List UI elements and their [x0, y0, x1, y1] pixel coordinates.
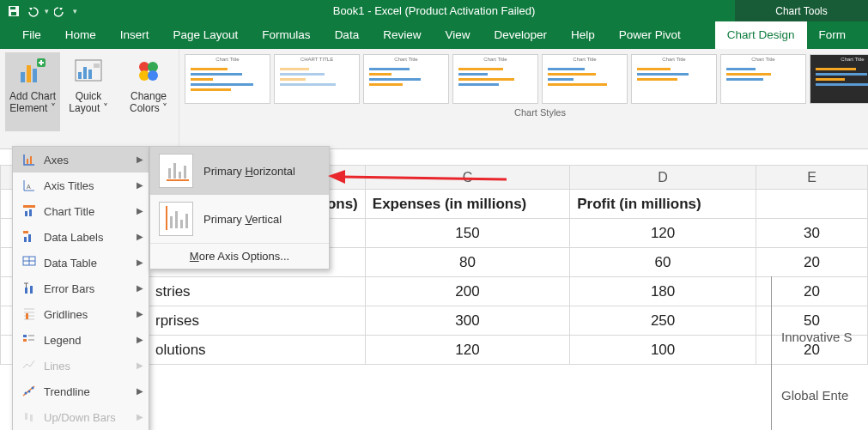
svg-rect-52 — [180, 220, 183, 228]
svg-rect-45 — [168, 168, 171, 179]
svg-rect-42 — [25, 413, 27, 420]
menu-chart-title[interactable]: Chart Title▶ — [13, 198, 149, 224]
menu-axis-titles[interactable]: AAxis Titles▶ — [13, 173, 149, 198]
col-header-e[interactable]: E — [756, 166, 867, 190]
chart-style-5[interactable]: Chart Title — [542, 54, 628, 104]
chart-styles-group-label: Chart Styles — [514, 106, 566, 121]
svg-rect-26 — [23, 231, 28, 233]
svg-rect-48 — [184, 166, 186, 179]
menu-data-table[interactable]: Data Table▶ — [13, 250, 149, 276]
ribbon-tabs: File Home Insert Page Layout Formulas Da… — [0, 21, 868, 49]
svg-rect-18 — [27, 159, 28, 164]
change-colors-button[interactable]: Change Colors ˅ — [124, 52, 173, 131]
chart-styles-gallery: Chart Title CHART TITLE Chart Title Char… — [183, 52, 868, 106]
chart-style-8[interactable]: Chart Title — [810, 54, 868, 104]
cell-d1[interactable]: Profit (in millions) — [570, 190, 756, 219]
svg-rect-53 — [185, 214, 188, 228]
error-bars-icon — [20, 280, 39, 297]
chart-style-7[interactable]: Chart Title — [720, 54, 806, 104]
undo-dropdown-icon[interactable]: ▾ — [45, 7, 49, 15]
col-header-c[interactable]: C — [365, 166, 569, 190]
qat-customize-dropdown-icon[interactable]: ▾ — [73, 7, 77, 15]
axes-submenu: Primary Horizontal Primary Vertical More… — [149, 146, 330, 270]
redo-icon[interactable] — [54, 5, 68, 17]
svg-rect-10 — [78, 72, 82, 79]
menu-updown-bars: Up/Down Bars▶ — [13, 404, 149, 430]
svg-rect-5 — [33, 69, 37, 82]
tab-data[interactable]: Data — [323, 21, 372, 49]
svg-rect-24 — [24, 237, 27, 242]
tab-power-pivot[interactable]: Power Pivot — [607, 21, 693, 49]
add-chart-element-button[interactable]: Add Chart Element ˅ — [5, 52, 60, 131]
tab-page-layout[interactable]: Page Layout — [161, 21, 251, 49]
menu-lines: Lines▶ — [13, 353, 149, 379]
menu-gridlines[interactable]: Gridlines▶ — [13, 301, 149, 327]
chart-style-1[interactable]: Chart Title — [185, 54, 270, 104]
svg-rect-43 — [30, 415, 33, 421]
svg-rect-46 — [173, 163, 176, 179]
chart-style-3[interactable]: Chart Title — [363, 54, 449, 104]
svg-rect-25 — [28, 234, 31, 242]
svg-point-17 — [148, 70, 158, 81]
svg-rect-36 — [23, 339, 27, 342]
col-header-d[interactable]: D — [570, 166, 756, 190]
svg-text:A: A — [27, 184, 31, 190]
svg-rect-35 — [23, 335, 27, 337]
embedded-chart-label-1: Innovative S — [781, 330, 853, 344]
svg-rect-1 — [10, 7, 15, 9]
svg-rect-50 — [170, 216, 173, 228]
submenu-primary-horizontal[interactable]: Primary Horizontal — [150, 147, 329, 195]
quick-access-toolbar: ▾ ▾ — [0, 4, 146, 18]
svg-rect-3 — [21, 72, 25, 82]
chart-title-icon — [20, 203, 39, 220]
tab-format[interactable]: Form — [807, 21, 859, 49]
undo-icon[interactable] — [26, 5, 39, 17]
embedded-chart-edge[interactable] — [771, 276, 776, 430]
tab-home[interactable]: Home — [53, 21, 108, 49]
data-table-icon — [20, 254, 39, 271]
svg-rect-34 — [26, 313, 28, 319]
axis-titles-icon: A — [20, 177, 39, 194]
svg-rect-21 — [23, 205, 35, 208]
add-chart-element-icon — [17, 56, 48, 87]
chart-style-2[interactable]: CHART TITLE — [274, 54, 360, 104]
ribbon-body: Add Chart Element ˅ Quick Layout ˅ Chang… — [0, 49, 868, 149]
svg-rect-30 — [25, 288, 27, 294]
svg-point-40 — [28, 391, 31, 393]
menu-axes[interactable]: Axes▶ — [13, 147, 149, 173]
cell-e1[interactable] — [756, 190, 867, 219]
tab-review[interactable]: Review — [371, 21, 433, 49]
menu-data-labels[interactable]: Data Labels▶ — [13, 224, 149, 250]
tab-view[interactable]: View — [433, 21, 482, 49]
quick-layout-icon — [73, 56, 104, 87]
svg-rect-2 — [11, 12, 16, 15]
tab-help[interactable]: Help — [559, 21, 607, 49]
submenu-primary-vertical[interactable]: Primary Vertical — [150, 195, 329, 243]
menu-trendline[interactable]: Trendline▶ — [13, 379, 149, 404]
tab-insert[interactable]: Insert — [108, 21, 161, 49]
menu-error-bars[interactable]: Error Bars▶ — [13, 276, 149, 301]
svg-rect-33 — [30, 286, 33, 294]
svg-rect-4 — [27, 65, 31, 82]
tab-chart-design[interactable]: Chart Design — [715, 21, 807, 49]
tab-formulas[interactable]: Formulas — [250, 21, 322, 49]
svg-rect-22 — [25, 211, 27, 216]
updown-bars-icon — [20, 409, 39, 426]
chart-style-4[interactable]: Chart Title — [452, 54, 538, 104]
menu-legend[interactable]: Legend▶ — [13, 327, 149, 353]
legend-icon — [20, 331, 39, 348]
svg-rect-11 — [83, 67, 87, 79]
change-colors-icon — [133, 56, 164, 87]
chart-style-6[interactable]: Chart Title — [631, 54, 717, 104]
tab-file[interactable]: File — [10, 21, 53, 49]
title-bar: ▾ ▾ Book1 - Excel (Product Activation Fa… — [0, 0, 868, 21]
submenu-more-axis-options[interactable]: More Axis Options... — [150, 243, 329, 269]
tab-developer[interactable]: Developer — [482, 21, 559, 49]
submenu-primary-vertical-label: Primary Vertical — [203, 213, 282, 226]
save-icon[interactable] — [7, 4, 21, 18]
submenu-primary-horizontal-label: Primary Horizontal — [203, 165, 295, 178]
cell-c1[interactable]: Expenses (in millions) — [365, 190, 569, 219]
data-labels-icon — [20, 228, 39, 245]
quick-layout-button[interactable]: Quick Layout ˅ — [64, 52, 113, 131]
trendline-icon — [20, 383, 39, 400]
